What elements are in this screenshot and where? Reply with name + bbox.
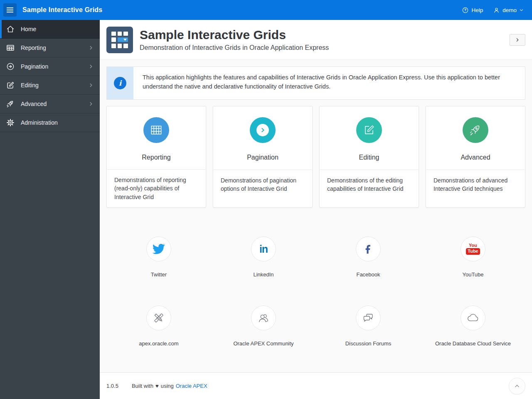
sidebar-item-editing[interactable]: Editing — [0, 76, 100, 95]
arrow-circle-icon — [256, 124, 269, 136]
app-title: Sample Interactive Grids — [22, 6, 102, 14]
card-description: Demonstrations of reporting (read-only) … — [107, 170, 206, 207]
info-notification: i This application highlights the featur… — [106, 66, 525, 100]
link-label: YouTube — [462, 271, 483, 278]
twitter-icon — [153, 243, 165, 255]
sidebar-item-pagination[interactable]: Pagination — [0, 57, 100, 76]
social-links-row: Twitter in LinkedIn Facebook — [106, 236, 525, 278]
cloud-icon — [466, 311, 480, 325]
card-description: Demonstrations of advanced Interactive G… — [426, 170, 525, 200]
info-icon: i — [114, 77, 126, 89]
pencil-ruler-icon — [152, 311, 165, 325]
link-twitter[interactable]: Twitter — [106, 236, 211, 278]
footer-using: using — [161, 383, 174, 389]
link-label: Oracle Database Cloud Service — [435, 340, 511, 347]
youtube-icon: You Tube — [466, 243, 480, 255]
sidebar-item-label: Advanced — [21, 101, 47, 107]
sidebar-item-home[interactable]: Home — [0, 20, 100, 39]
sidebar-item-label: Pagination — [21, 63, 48, 70]
scroll-to-top-button[interactable] — [509, 378, 525, 394]
gear-icon — [6, 118, 15, 127]
table-icon — [149, 123, 163, 137]
link-label: LinkedIn — [253, 271, 273, 278]
app-grid-icon — [106, 27, 133, 53]
sidebar-navigation: Home Reporting Pagination Editing — [0, 20, 100, 399]
people-icon — [257, 311, 270, 325]
help-menu[interactable]: ? Help — [462, 7, 483, 14]
card-advanced[interactable]: Advanced Demonstrations of advanced Inte… — [426, 106, 525, 208]
sidebar-item-label: Administration — [21, 119, 58, 126]
card-pagination[interactable]: Pagination Demonstrations of pagination … — [213, 106, 313, 208]
resource-links-row: apex.oracle.com Oracle APEX Community — [106, 305, 525, 347]
hamburger-icon — [7, 7, 13, 12]
info-strip: i — [107, 67, 133, 99]
rocket-icon — [468, 123, 483, 137]
sidebar-item-advanced[interactable]: Advanced — [0, 95, 100, 113]
edit-icon — [362, 123, 376, 137]
chevron-right-icon — [515, 37, 520, 42]
rocket-icon — [6, 99, 15, 108]
link-discussion-forums[interactable]: Discussion Forums — [316, 305, 421, 347]
heart-icon: ♥ — [155, 383, 159, 389]
user-label: demo — [502, 7, 517, 13]
help-icon: ? — [462, 7, 469, 14]
user-menu[interactable]: demo — [493, 7, 524, 14]
sidebar-item-label: Editing — [21, 82, 39, 89]
link-db-cloud-service[interactable]: Oracle Database Cloud Service — [421, 305, 525, 347]
content-body: i This application highlights the featur… — [100, 60, 532, 372]
chevron-down-icon — [519, 8, 524, 12]
link-linkedin[interactable]: in LinkedIn — [211, 236, 316, 278]
expand-panel-button[interactable] — [510, 34, 525, 46]
card-title: Reporting — [142, 154, 170, 161]
sidebar-item-reporting[interactable]: Reporting — [0, 39, 100, 57]
chevron-up-icon — [514, 383, 520, 389]
sidebar-item-administration[interactable]: Administration — [0, 113, 100, 132]
arrow-circle-icon — [6, 62, 15, 71]
footer-built-with: Built with — [132, 383, 153, 389]
card-description: Demonstrations of pagination options of … — [213, 170, 312, 200]
chevron-right-icon — [88, 82, 94, 88]
table-icon — [6, 43, 15, 52]
svg-text:?: ? — [464, 8, 466, 12]
page-subtitle: Demonstration of Interactive Grids in Or… — [140, 44, 329, 52]
linkedin-icon: in — [259, 243, 268, 255]
chat-bubbles-icon — [362, 311, 375, 325]
main-content: Sample Interactive Grids Demonstration o… — [100, 20, 532, 399]
card-description: Demonstrations of the editing capabiliti… — [320, 170, 419, 200]
home-icon — [6, 25, 15, 34]
sidebar-item-label: Home — [21, 26, 36, 32]
link-label: apex.oracle.com — [139, 340, 178, 347]
link-apex-community[interactable]: Oracle APEX Community — [211, 305, 316, 347]
reporting-card-badge — [143, 117, 169, 143]
link-label: Oracle APEX Community — [233, 340, 293, 347]
chevron-right-icon — [88, 64, 94, 69]
editing-card-badge — [356, 117, 382, 143]
page-title: Sample Interactive Grids — [140, 28, 329, 42]
user-icon — [493, 7, 500, 14]
chevron-right-icon — [88, 101, 94, 107]
topbar-actions: ? Help demo — [462, 7, 524, 14]
facebook-icon — [362, 243, 374, 255]
top-navigation-bar: Sample Interactive Grids ? Help demo — [0, 0, 532, 20]
footer: 1.0.5 Built with ♥ using Oracle APEX — [100, 372, 532, 399]
advanced-card-badge — [463, 117, 488, 143]
link-label: Discussion Forums — [345, 340, 392, 347]
link-label: Twitter — [151, 271, 167, 278]
oracle-apex-link[interactable]: Oracle APEX — [176, 383, 207, 389]
card-title: Pagination — [247, 154, 278, 161]
hamburger-menu-button[interactable] — [3, 3, 17, 17]
info-text: This application highlights the features… — [133, 67, 524, 99]
link-apex-oracle-com[interactable]: apex.oracle.com — [106, 305, 211, 347]
link-youtube[interactable]: You Tube YouTube — [421, 236, 525, 278]
app-version: 1.0.5 — [106, 383, 118, 389]
card-reporting[interactable]: Reporting Demonstrations of reporting (r… — [106, 106, 206, 208]
external-links: Twitter in LinkedIn Facebook — [106, 236, 525, 347]
card-editing[interactable]: Editing Demonstrations of the editing ca… — [319, 106, 419, 208]
card-title: Advanced — [461, 154, 490, 161]
page-header: Sample Interactive Grids Demonstration o… — [100, 20, 532, 60]
feature-cards: Reporting Demonstrations of reporting (r… — [106, 106, 525, 208]
help-label: Help — [471, 7, 483, 13]
sidebar-item-label: Reporting — [21, 44, 46, 51]
link-facebook[interactable]: Facebook — [316, 236, 421, 278]
link-label: Facebook — [356, 271, 380, 278]
